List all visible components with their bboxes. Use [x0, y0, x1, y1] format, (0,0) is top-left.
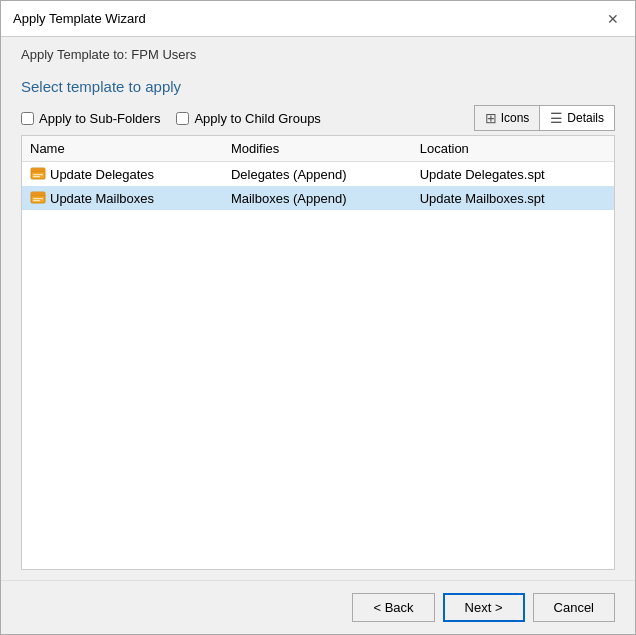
details-view-button[interactable]: ☰ Details: [539, 105, 615, 131]
col-header-name: Name: [22, 136, 223, 162]
cancel-button[interactable]: Cancel: [533, 593, 615, 622]
back-button[interactable]: < Back: [352, 593, 434, 622]
dialog-title: Apply Template Wizard: [13, 11, 146, 26]
icons-view-label: Icons: [501, 111, 530, 125]
apply-template-wizard-dialog: Apply Template Wizard ✕ Apply Template t…: [0, 0, 636, 635]
sub-folders-label: Apply to Sub-Folders: [39, 111, 160, 126]
sub-folders-checkbox-input[interactable]: [21, 112, 34, 125]
template-table-container: Name Modifies Location Update Delegates …: [21, 135, 615, 570]
details-view-label: Details: [567, 111, 604, 125]
next-button[interactable]: Next >: [443, 593, 525, 622]
section-title: Select template to apply: [21, 78, 615, 95]
table-body: Update Delegates Delegates (Append)Updat…: [22, 162, 614, 211]
template-table: Name Modifies Location Update Delegates …: [22, 136, 614, 210]
toolbar-row: Apply to Sub-Folders Apply to Child Grou…: [21, 105, 615, 131]
col-header-modifies: Modifies: [223, 136, 412, 162]
dialog-subtitle: Apply Template to: FPM Users: [1, 37, 635, 68]
cell-name: Update Delegates: [22, 162, 223, 187]
view-buttons-group: ⊞ Icons ☰ Details: [474, 105, 615, 131]
svg-rect-1: [31, 168, 45, 172]
cell-modifies: Mailboxes (Append): [223, 186, 412, 210]
icons-view-icon: ⊞: [485, 110, 497, 126]
close-button[interactable]: ✕: [603, 9, 623, 29]
child-groups-label: Apply to Child Groups: [194, 111, 320, 126]
cell-name: Update Mailboxes: [22, 186, 223, 210]
svg-rect-6: [31, 192, 45, 196]
cell-modifies: Delegates (Append): [223, 162, 412, 187]
dialog-footer: < Back Next > Cancel: [1, 580, 635, 634]
title-bar: Apply Template Wizard ✕: [1, 1, 635, 37]
table-row[interactable]: Update Mailboxes Mailboxes (Append)Updat…: [22, 186, 614, 210]
icons-view-button[interactable]: ⊞ Icons: [474, 105, 540, 131]
table-header-row: Name Modifies Location: [22, 136, 614, 162]
apply-sub-folders-checkbox[interactable]: Apply to Sub-Folders: [21, 111, 160, 126]
col-header-location: Location: [412, 136, 614, 162]
svg-rect-9: [33, 200, 40, 201]
child-groups-checkbox-input[interactable]: [176, 112, 189, 125]
svg-rect-3: [33, 174, 43, 175]
cell-location: Update Delegates.spt: [412, 162, 614, 187]
details-view-icon: ☰: [550, 110, 563, 126]
template-row-icon: [30, 190, 46, 206]
cell-location: Update Mailboxes.spt: [412, 186, 614, 210]
table-row[interactable]: Update Delegates Delegates (Append)Updat…: [22, 162, 614, 187]
apply-child-groups-checkbox[interactable]: Apply to Child Groups: [176, 111, 320, 126]
dialog-body: Select template to apply Apply to Sub-Fo…: [1, 68, 635, 580]
template-row-icon: [30, 166, 46, 182]
svg-rect-4: [33, 176, 40, 177]
svg-rect-8: [33, 198, 43, 199]
